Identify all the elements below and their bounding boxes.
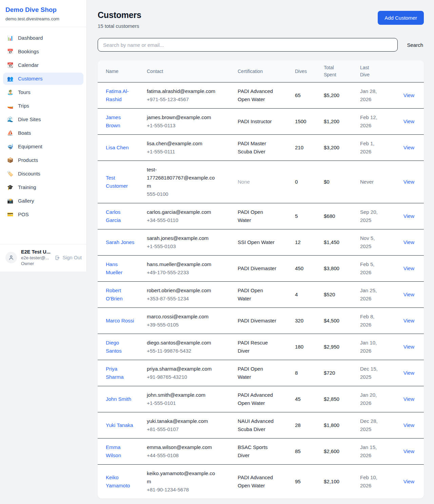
sidebar-item-label: Dashboard — [18, 35, 43, 41]
customer-name-link[interactable]: Priya Sharma — [106, 365, 136, 381]
customer-certification: PADI Open Water — [238, 281, 295, 307]
table-row: Marco Rossi marco.rossi@example.com +39-… — [98, 307, 424, 334]
customer-name-link[interactable]: James Brown — [106, 113, 136, 130]
sidebar-item-trips[interactable]: 🚤 Trips — [3, 100, 83, 112]
sidebar-item-dashboard[interactable]: 📊 Dashboard — [3, 32, 83, 44]
customer-certification: PADI Advanced Open Water — [238, 386, 295, 412]
trips-icon: 🚤 — [7, 103, 14, 109]
shop-domain: demo.test.divestreams.com — [5, 16, 81, 21]
sidebar: Demo Dive Shop demo.test.divestreams.com… — [0, 0, 87, 272]
customer-name-link[interactable]: John Smith — [106, 395, 131, 403]
customer-name-link[interactable]: Carlos Garcia — [106, 208, 136, 224]
sidebar-item-label: Bookings — [18, 49, 39, 54]
table-row: Keiko Yamamoto keiko.yamamoto@example.co… — [98, 464, 424, 499]
customer-email: test-1772681807767@example.com — [147, 166, 219, 190]
sidebar-item-dive-sites[interactable]: 🌊 Dive Sites — [3, 113, 83, 126]
customer-name-link[interactable]: Hans Mueller — [106, 260, 136, 277]
view-link[interactable]: View — [403, 239, 414, 245]
customer-email: yuki.tanaka@example.com — [147, 417, 208, 425]
view-link[interactable]: View — [403, 118, 414, 124]
tours-icon: 🏝️ — [7, 89, 14, 95]
customer-dives: 85 — [295, 438, 324, 464]
customer-certification: NAUI Advanced Scuba Diver — [238, 412, 295, 438]
sign-out-button[interactable]: Sign Out — [55, 255, 82, 261]
customer-certification: PADI Master Scuba Diver — [238, 134, 295, 161]
sidebar-item-gallery[interactable]: 📸 Gallery — [3, 195, 83, 207]
equipment-icon: 🤿 — [7, 144, 14, 150]
sidebar-item-discounts[interactable]: 🏷️ Discounts — [3, 168, 83, 180]
sidebar-item-training[interactable]: 🎓 Training — [3, 181, 83, 193]
sidebar-item-boats[interactable]: ⛵ Boats — [3, 127, 83, 139]
customer-phone: +1-555-0113 — [147, 122, 234, 130]
customer-name-link[interactable]: Yuki Tanaka — [106, 421, 133, 429]
customer-total-spent: $0 — [324, 161, 360, 203]
customer-name-link[interactable]: Robert O'Brien — [106, 286, 136, 303]
sidebar-item-bookings[interactable]: 📅 Bookings — [3, 45, 83, 58]
customer-name-link[interactable]: Emma Wilson — [106, 443, 136, 460]
customer-certification: PADI Divemaster — [238, 255, 295, 281]
customer-dives: 45 — [295, 386, 324, 412]
view-link[interactable]: View — [403, 448, 414, 454]
customer-total-spent: $520 — [324, 281, 360, 307]
customer-email: hans.mueller@example.com — [147, 260, 211, 268]
customer-total-spent: $1,450 — [324, 229, 360, 255]
user-email: e2e-tester@... — [21, 255, 51, 260]
search-button[interactable]: Search — [406, 42, 424, 48]
customer-name-link[interactable]: Keiko Yamamoto — [106, 473, 136, 490]
column-header-dives: Dives — [295, 60, 324, 82]
customer-last-dive: Feb 8, 2026 — [360, 307, 392, 334]
user-name: E2E Test U... — [21, 249, 51, 255]
customer-email: priya.sharma@example.com — [147, 365, 212, 373]
customer-last-dive: Feb 1, 2026 — [360, 134, 392, 161]
view-link[interactable]: View — [403, 396, 414, 402]
table-row: Sarah Jones sarah.jones@example.com +1-5… — [98, 229, 424, 255]
view-link[interactable]: View — [403, 213, 414, 219]
view-link[interactable]: View — [403, 318, 414, 323]
customers-table: NameContactCertificationDivesTotal Spent… — [98, 60, 424, 499]
sidebar-item-pos[interactable]: 💳 POS — [3, 208, 83, 221]
customer-last-dive: Feb 5, 2026 — [360, 255, 392, 281]
sidebar-item-label: Dive Sites — [18, 116, 41, 122]
view-link[interactable]: View — [403, 179, 414, 185]
customer-dives: 8 — [295, 360, 324, 386]
customer-email: marco.rossi@example.com — [147, 313, 209, 321]
view-link[interactable]: View — [403, 92, 414, 98]
customer-certification: PADI Advanced Open Water — [238, 464, 295, 499]
customer-total-spent: $5,200 — [324, 82, 360, 108]
brand: Demo Dive Shop demo.test.divestreams.com — [0, 0, 86, 27]
view-link[interactable]: View — [403, 265, 414, 271]
view-link[interactable]: View — [403, 370, 414, 376]
customer-total-spent: $3,800 — [324, 255, 360, 281]
view-link[interactable]: View — [403, 479, 414, 484]
user-section: E2E Test U... e2e-tester@... Owner Sign … — [0, 244, 86, 272]
customer-name-link[interactable]: Marco Rossi — [106, 317, 134, 325]
customer-dives: 65 — [295, 82, 324, 108]
column-header-certification: Certification — [238, 60, 295, 82]
view-link[interactable]: View — [403, 145, 414, 150]
customer-dives: 450 — [295, 255, 324, 281]
customers-table-card: NameContactCertificationDivesTotal Spent… — [98, 60, 424, 499]
customer-phone: +1-555-0111 — [147, 148, 234, 156]
sidebar-item-products[interactable]: 📦 Products — [3, 154, 83, 166]
customer-name-link[interactable]: Test Customer — [106, 174, 136, 190]
customer-name-link[interactable]: Diego Santos — [106, 339, 136, 355]
sidebar-item-equipment[interactable]: 🤿 Equipment — [3, 141, 83, 153]
training-icon: 🎓 — [7, 184, 14, 190]
view-link[interactable]: View — [403, 292, 414, 297]
sidebar-item-calendar[interactable]: 📆 Calendar — [3, 59, 83, 71]
customer-name-link[interactable]: Lisa Chen — [106, 144, 129, 152]
table-row: Carlos Garcia carlos.garcia@example.com … — [98, 203, 424, 229]
page-title: Customers — [98, 10, 141, 20]
search-input[interactable] — [98, 38, 398, 52]
customer-count: 15 total customers — [98, 23, 141, 29]
view-link[interactable]: View — [403, 422, 414, 428]
gallery-icon: 📸 — [7, 198, 14, 204]
sidebar-item-tours[interactable]: 🏝️ Tours — [3, 86, 83, 98]
customer-phone: +353-87-555-1234 — [147, 295, 234, 303]
table-row: Fatima Al-Rashid fatima.alrashid@example… — [98, 82, 424, 108]
sidebar-item-customers[interactable]: 👥 Customers — [3, 73, 83, 85]
customer-name-link[interactable]: Sarah Jones — [106, 238, 134, 246]
customer-name-link[interactable]: Fatima Al-Rashid — [106, 87, 136, 104]
add-customer-button[interactable]: Add Customer — [378, 11, 424, 25]
view-link[interactable]: View — [403, 344, 414, 350]
